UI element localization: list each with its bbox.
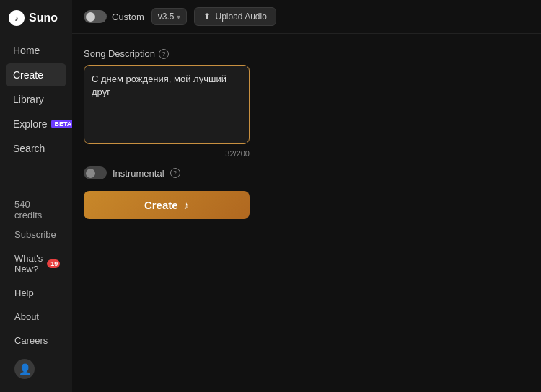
explore-label: Explore [13, 118, 47, 130]
logo[interactable]: ♪ Suno [0, 0, 72, 36]
form-area: Song Description ? С днем рождения, мой … [72, 34, 541, 233]
instrumental-label: Instrumental [113, 168, 164, 179]
instrumental-toggle[interactable] [84, 166, 107, 179]
char-count: 32/200 [84, 147, 250, 158]
sidebar-item-help[interactable]: Help [7, 282, 65, 304]
sidebar-item-whats-new[interactable]: What's New? 19 [7, 247, 65, 280]
song-desc-label-text: Song Description [84, 48, 155, 59]
song-desc-field-label: Song Description ? [84, 48, 529, 59]
beta-badge: BETA [51, 120, 74, 128]
upload-label: Upload Audio [215, 12, 266, 22]
sidebar: ♪ Suno Home Create Library Explore BETA … [0, 0, 72, 392]
sidebar-item-careers[interactable]: Careers [7, 329, 65, 352]
search-label: Search [13, 143, 45, 154]
credits-text[interactable]: 540 credits [7, 195, 65, 225]
create-music-icon: ♪ [184, 199, 190, 211]
instrumental-row: Instrumental ? [84, 166, 529, 179]
library-label: Library [13, 94, 44, 105]
sidebar-item-about[interactable]: About [7, 306, 65, 328]
sidebar-bottom: 540 credits Subscribe What's New? 19 Hel… [0, 189, 72, 392]
main-content: Custom v3.5 ▾ ⬆ Upload Audio Song Descri… [72, 0, 541, 392]
whats-new-badge: 19 [47, 259, 60, 268]
song-desc-help-icon[interactable]: ? [159, 49, 169, 59]
instrumental-help-icon[interactable]: ? [170, 168, 180, 178]
avatar: 👤 [14, 359, 35, 379]
avatar-area[interactable]: 👤 [7, 353, 65, 382]
custom-toggle[interactable]: Custom [84, 10, 144, 23]
upload-audio-button[interactable]: ⬆ Upload Audio [194, 7, 276, 26]
custom-toggle-switch[interactable] [84, 10, 107, 23]
careers-label: Careers [14, 335, 48, 346]
upload-icon: ⬆ [203, 12, 211, 22]
custom-label: Custom [112, 12, 144, 22]
logo-icon: ♪ [9, 10, 25, 26]
sidebar-item-search[interactable]: Search [6, 137, 66, 160]
about-label: About [14, 311, 39, 322]
logo-text: Suno [29, 12, 58, 24]
top-bar: Custom v3.5 ▾ ⬆ Upload Audio [72, 0, 541, 34]
create-button[interactable]: Create ♪ [84, 191, 250, 219]
help-label: Help [14, 288, 34, 298]
subscribe-text[interactable]: Subscribe [7, 226, 65, 246]
sidebar-item-explore[interactable]: Explore BETA [6, 112, 66, 135]
song-desc-textarea[interactable]: С днем рождения, мой лучший друг [84, 65, 250, 144]
create-label: Create [13, 69, 43, 81]
home-label: Home [13, 45, 40, 56]
sidebar-item-create[interactable]: Create [6, 63, 66, 86]
sidebar-item-library[interactable]: Library [6, 88, 66, 111]
sidebar-item-home[interactable]: Home [6, 39, 66, 62]
version-selector[interactable]: v3.5 ▾ [151, 8, 188, 25]
chevron-down-icon: ▾ [177, 13, 180, 21]
create-button-label: Create [144, 199, 178, 211]
whats-new-label: What's New? [14, 253, 43, 275]
version-text: v3.5 [158, 12, 175, 22]
sidebar-nav: Home Create Library Explore BETA Search [0, 36, 72, 189]
